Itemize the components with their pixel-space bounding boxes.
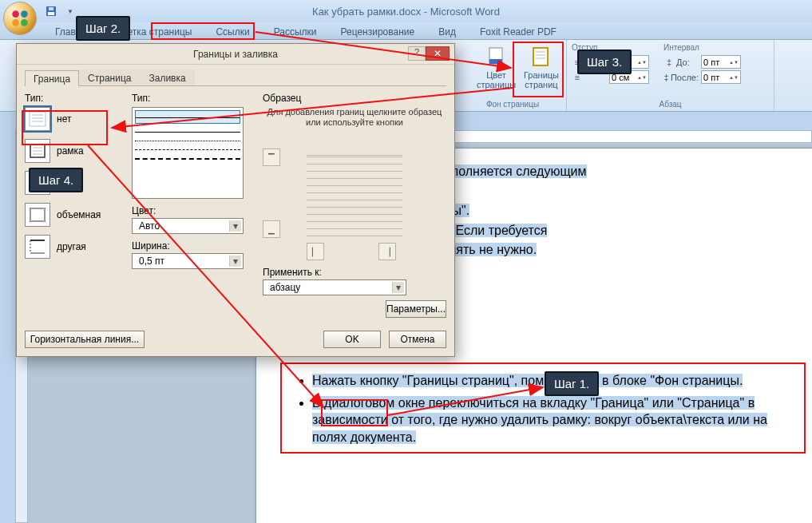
options-button[interactable]: Параметры... — [386, 300, 446, 318]
chevron-down-icon: ▾ — [229, 256, 241, 267]
svg-rect-24 — [30, 208, 45, 221]
page-borders-button[interactable]: Границы страниц — [521, 43, 561, 93]
svg-rect-23 — [30, 208, 45, 221]
type-none[interactable]: нет — [25, 107, 121, 131]
step-1-label: Шаг 1. — [545, 371, 599, 396]
chevron-down-icon: ▾ — [229, 220, 241, 232]
style-header: Тип: — [132, 93, 252, 104]
sample-preview-box: ▔ ▁ ▏ ▕ — [263, 133, 446, 260]
svg-rect-5 — [48, 12, 54, 15]
svg-point-1 — [21, 10, 28, 18]
window-title: Как убрать рамки.docx - Microsoft Word — [312, 6, 500, 18]
tab-view[interactable]: Вид — [426, 23, 468, 39]
dialog-close-button[interactable]: ✕ — [426, 46, 450, 61]
svg-rect-8 — [489, 59, 502, 64]
type-3d-icon — [25, 203, 50, 227]
group-title-paragraph: Абзац — [572, 99, 769, 109]
ok-button[interactable]: OK — [323, 331, 381, 348]
cancel-button[interactable]: Отмена — [389, 331, 446, 348]
office-logo-icon — [10, 8, 30, 29]
svg-point-3 — [21, 19, 28, 26]
color-label: Цвет: — [132, 205, 252, 216]
line-style-list[interactable] — [132, 107, 244, 199]
list-item: В диалоговом окне переключиться на вклад… — [312, 394, 798, 446]
svg-point-0 — [12, 10, 19, 18]
spacing-after-spinner[interactable]: 0 пт▲▼ — [701, 70, 741, 84]
group-title-bg: Фон страницы — [464, 99, 561, 109]
office-button[interactable] — [3, 2, 37, 35]
step-2-label: Шаг 2. — [76, 16, 130, 41]
type-custom-icon — [25, 235, 50, 259]
dialog-tab-fill[interactable]: Заливка — [140, 69, 194, 85]
type-custom[interactable]: другая — [25, 235, 121, 259]
type-box-icon — [25, 139, 50, 163]
page-color-icon — [485, 46, 508, 68]
width-label: Ширина: — [132, 240, 252, 252]
save-icon[interactable] — [43, 3, 59, 19]
type-header: Тип: — [25, 93, 121, 104]
tab-foxit[interactable]: Foxit Reader PDF — [468, 23, 568, 39]
horizontal-line-button[interactable]: Горизонтальная линия... — [25, 331, 145, 348]
tab-mailings[interactable]: Рассылки — [262, 23, 329, 39]
dialog-titlebar: Границы и заливка ? ✕ — [17, 44, 454, 65]
sample-header: Образец — [263, 93, 446, 104]
tab-references[interactable]: Ссылки — [204, 23, 261, 39]
spacing-header: Интервал — [663, 43, 741, 52]
type-3d[interactable]: объемная — [25, 203, 121, 227]
svg-point-2 — [12, 19, 19, 26]
dialog-tab-border[interactable]: Граница — [25, 70, 79, 86]
highlighted-list-frame: Нажать кнопку "Границы страниц", помещен… — [280, 363, 806, 454]
apply-to-combo[interactable]: абзацу▾ — [263, 279, 406, 295]
edge-left-button[interactable]: ▏ — [307, 243, 324, 260]
quick-access-toolbar: ▼ — [43, 3, 78, 19]
dialog-title: Границы и заливка — [193, 49, 278, 60]
page-color-label: Цвет страницы — [477, 70, 516, 89]
dialog-tab-page[interactable]: Страница — [79, 69, 140, 85]
chevron-down-icon: ▾ — [392, 282, 404, 293]
spacing-before-icon: ‡ — [663, 57, 675, 67]
edge-right-button[interactable]: ▕ — [378, 243, 396, 260]
tab-review[interactable]: Рецензирование — [329, 23, 427, 39]
page-borders-icon — [530, 46, 553, 68]
svg-rect-6 — [49, 7, 53, 10]
type-box[interactable]: рамка — [25, 139, 121, 163]
edge-bottom-button[interactable]: ▁ — [263, 220, 280, 238]
sample-hint: Для добавления границ щелкните образец и… — [263, 107, 446, 128]
spacing-after-icon: ‡ — [663, 73, 669, 82]
dialog-tabs: Граница Страница Заливка — [25, 69, 446, 86]
svg-rect-13 — [30, 112, 46, 126]
step-3-label: Шаг 3. — [577, 50, 632, 74]
apply-to-label: Применить к: — [263, 267, 446, 278]
edge-top-button[interactable]: ▔ — [263, 149, 280, 166]
borders-shading-dialog: Границы и заливка ? ✕ Граница Страница З… — [16, 43, 455, 357]
svg-rect-9 — [533, 48, 548, 65]
color-combo[interactable]: Авто▾ — [132, 218, 244, 234]
step-4-label: Шаг 4. — [29, 168, 83, 192]
page-borders-label: Границы страниц — [524, 70, 559, 89]
dialog-help-button[interactable]: ? — [408, 46, 426, 61]
page-color-button[interactable]: Цвет страницы — [474, 43, 518, 93]
width-combo[interactable]: 0,5 пт▾ — [132, 253, 244, 269]
type-none-icon — [25, 107, 50, 131]
spacing-before-spinner[interactable]: 0 пт▲▼ — [701, 55, 741, 69]
sample-preview — [307, 153, 402, 240]
group-page-background: Цвет страницы Границы страниц Фон страни… — [459, 40, 567, 111]
